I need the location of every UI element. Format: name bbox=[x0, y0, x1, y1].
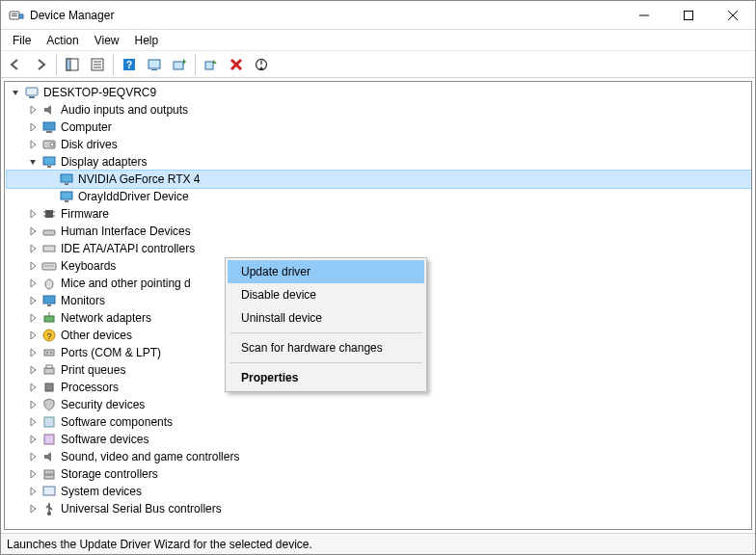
svg-point-53 bbox=[46, 352, 48, 354]
enable-device-button[interactable] bbox=[200, 53, 223, 76]
svg-rect-33 bbox=[65, 183, 68, 185]
update-driver-button[interactable] bbox=[168, 53, 191, 76]
svg-rect-35 bbox=[65, 200, 68, 202]
expand-icon[interactable] bbox=[26, 294, 40, 307]
expand-icon[interactable] bbox=[26, 467, 40, 481]
expand-icon[interactable] bbox=[26, 363, 40, 377]
svg-rect-18 bbox=[174, 62, 183, 69]
svg-rect-55 bbox=[44, 368, 54, 374]
tree-root[interactable]: DESKTOP-9EQVRC9 bbox=[7, 84, 751, 101]
tree-node-ide[interactable]: IDE ATA/ATAPI controllers bbox=[7, 240, 751, 257]
expand-icon[interactable] bbox=[26, 450, 40, 463]
scan-hardware-button[interactable] bbox=[143, 53, 166, 76]
menu-help[interactable]: Help bbox=[127, 32, 167, 49]
disable-device-button[interactable] bbox=[250, 53, 273, 76]
monitor-icon bbox=[41, 293, 57, 308]
keyboard-icon bbox=[41, 258, 57, 274]
ctx-disable-device[interactable]: Disable device bbox=[228, 283, 424, 306]
expand-icon[interactable] bbox=[26, 207, 40, 221]
expand-icon[interactable] bbox=[26, 225, 40, 238]
svg-rect-61 bbox=[44, 475, 54, 479]
expand-icon[interactable] bbox=[26, 415, 40, 429]
expand-icon[interactable] bbox=[26, 259, 40, 273]
forward-button[interactable] bbox=[29, 53, 52, 76]
tree-node-security[interactable]: Security devices bbox=[7, 396, 751, 413]
tree-node-disk[interactable]: Disk drives bbox=[7, 136, 751, 153]
tree-node-display[interactable]: Display adapters bbox=[7, 153, 751, 171]
svg-rect-16 bbox=[148, 60, 160, 68]
maximize-button[interactable] bbox=[666, 1, 711, 30]
show-hide-console-tree-button[interactable] bbox=[61, 53, 84, 76]
svg-rect-26 bbox=[43, 122, 55, 130]
help-button[interactable]: ? bbox=[118, 53, 141, 76]
collapse-icon[interactable] bbox=[9, 86, 22, 99]
expand-icon[interactable] bbox=[26, 138, 40, 151]
expand-icon[interactable] bbox=[26, 346, 40, 359]
computer-icon bbox=[24, 85, 40, 100]
menu-view[interactable]: View bbox=[87, 32, 127, 49]
tree-label: Print queues bbox=[61, 361, 125, 379]
expand-icon[interactable] bbox=[26, 398, 40, 411]
svg-rect-58 bbox=[44, 417, 54, 427]
svg-rect-5 bbox=[685, 11, 693, 19]
mouse-icon bbox=[41, 276, 57, 291]
tree-node-computer[interactable]: Computer bbox=[7, 119, 751, 136]
expand-icon[interactable] bbox=[26, 329, 40, 342]
toolbar: ? bbox=[1, 51, 755, 78]
properties-button[interactable] bbox=[86, 53, 109, 76]
close-button[interactable] bbox=[711, 1, 755, 30]
expand-icon[interactable] bbox=[26, 242, 40, 255]
back-button[interactable] bbox=[4, 53, 27, 76]
monitor-icon bbox=[41, 119, 57, 135]
tree-label: Monitors bbox=[61, 292, 105, 309]
tree-node-audio[interactable]: Audio inputs and outputs bbox=[7, 101, 751, 119]
expand-icon[interactable] bbox=[26, 381, 40, 394]
menu-action[interactable]: Action bbox=[39, 32, 86, 49]
tree-label: IDE ATA/ATAPI controllers bbox=[61, 240, 195, 257]
software-icon bbox=[41, 432, 57, 447]
ctx-properties[interactable]: Properties bbox=[228, 366, 424, 389]
collapse-icon[interactable] bbox=[26, 155, 40, 169]
tree-node-display-child-oray[interactable]: OrayIddDriver Device bbox=[7, 188, 751, 205]
tree-node-system[interactable]: System devices bbox=[7, 483, 751, 500]
svg-rect-34 bbox=[61, 192, 72, 199]
ctx-update-driver[interactable]: Update driver bbox=[228, 260, 424, 283]
svg-rect-52 bbox=[44, 350, 54, 356]
svg-rect-57 bbox=[45, 383, 53, 391]
expand-icon[interactable] bbox=[26, 311, 40, 325]
tree-label: NVIDIA GeForce RTX 4 bbox=[78, 171, 201, 188]
minimize-button[interactable] bbox=[622, 1, 666, 30]
ctx-uninstall-device[interactable]: Uninstall device bbox=[228, 306, 424, 330]
window-title: Device Manager bbox=[30, 9, 114, 22]
tree-node-display-child-nvidia[interactable]: NVIDIA GeForce RTX 4 bbox=[7, 171, 751, 188]
tree-node-firmware[interactable]: Firmware bbox=[7, 205, 751, 223]
svg-rect-19 bbox=[205, 62, 213, 69]
tree-node-storage[interactable]: Storage controllers bbox=[7, 465, 751, 483]
expand-icon[interactable] bbox=[26, 433, 40, 446]
menu-file[interactable]: File bbox=[5, 32, 39, 49]
ctx-scan-hardware[interactable]: Scan for hardware changes bbox=[228, 336, 424, 359]
expand-icon[interactable] bbox=[26, 502, 40, 515]
svg-rect-46 bbox=[43, 296, 55, 304]
tree-node-hid[interactable]: Human Interface Devices bbox=[7, 223, 751, 240]
tree-node-sound[interactable]: Sound, video and game controllers bbox=[7, 448, 751, 465]
uninstall-device-button[interactable] bbox=[225, 53, 248, 76]
tree-node-software-components[interactable]: Software components bbox=[7, 413, 751, 431]
tree-label: Software components bbox=[61, 413, 173, 431]
context-menu: Update driver Disable device Uninstall d… bbox=[225, 257, 427, 392]
unknown-icon: ? bbox=[41, 328, 57, 343]
tree-node-software-devices[interactable]: Software devices bbox=[7, 431, 751, 448]
svg-rect-41 bbox=[43, 230, 55, 235]
tree-node-usb[interactable]: Universal Serial Bus controllers bbox=[7, 500, 751, 517]
usb-icon bbox=[41, 501, 57, 516]
component-icon bbox=[41, 414, 57, 430]
display-adapter-icon bbox=[59, 189, 74, 204]
expand-icon[interactable] bbox=[26, 277, 40, 290]
display-adapter-icon bbox=[59, 172, 74, 187]
expand-icon[interactable] bbox=[26, 103, 40, 117]
svg-rect-3 bbox=[19, 14, 23, 18]
expand-icon[interactable] bbox=[26, 485, 40, 498]
storage-icon bbox=[41, 466, 57, 482]
expand-icon[interactable] bbox=[26, 120, 40, 134]
tree-label: Sound, video and game controllers bbox=[61, 448, 239, 465]
